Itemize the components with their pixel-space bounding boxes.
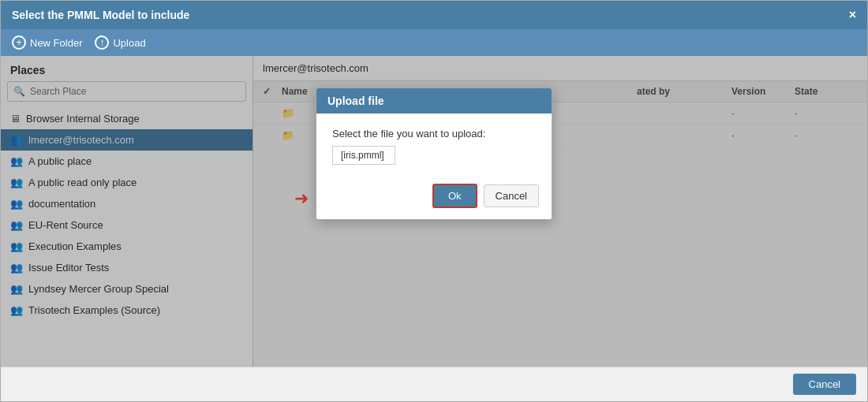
toolbar: + New Folder ↑ Upload [1,29,867,56]
title-bar: Select the PMML Model to include × [1,1,867,29]
upload-instruction: Select the file you want to upload: [332,128,536,140]
bottom-bar: Cancel [1,367,867,401]
ok-button[interactable]: Ok [432,184,477,208]
close-icon[interactable]: × [849,9,856,21]
upload-dialog: Upload file Select the file you want to … [316,87,552,220]
arrow-icon: ➜ [294,188,309,209]
main-cancel-button[interactable]: Cancel [793,374,856,395]
upload-dialog-footer: ➜ Ok Cancel [316,177,552,219]
dialog-title: Select the PMML Model to include [12,9,189,21]
upload-dialog-body: Select the file you want to upload: [iri… [316,114,552,177]
cancel-button[interactable]: Cancel [484,184,539,207]
upload-button[interactable]: ↑ Upload [95,35,145,50]
overlay: Upload file Select the file you want to … [1,56,867,367]
upload-dialog-title: Upload file [316,88,552,114]
content-area: Places 🔍 🖥 Browser Internal Storage 👥 lm… [1,56,867,367]
new-folder-button[interactable]: + New Folder [12,35,82,50]
new-folder-icon: + [12,35,26,50]
filename-display: [iris.pmml] [332,146,395,165]
main-dialog: Select the PMML Model to include × + New… [0,0,868,402]
upload-icon: ↑ [95,35,109,50]
